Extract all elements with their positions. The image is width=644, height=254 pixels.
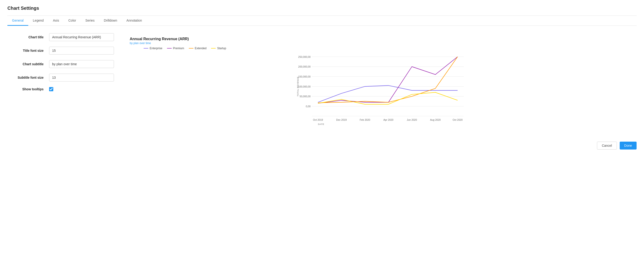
svg-text:Apr 2020: Apr 2020 bbox=[384, 118, 393, 121]
tabs-bar: General Legend Axis Color Series Drilldo… bbox=[8, 16, 636, 26]
chart-title-label: Chart title bbox=[8, 35, 49, 39]
chart-subtitle-row: Chart subtitle bbox=[8, 60, 114, 68]
legend-premium-label: Premium bbox=[173, 47, 184, 50]
subtitle-font-size-label: Subtitle font size bbox=[8, 76, 49, 79]
svg-text:250,000,00: 250,000,00 bbox=[298, 56, 310, 58]
chart-svg: 250,000,00 200,000,00 150,000,00 100,000… bbox=[130, 52, 635, 126]
settings-panel: Chart title Title font size Chart subtit… bbox=[8, 33, 114, 150]
svg-text:DATE: DATE bbox=[318, 123, 324, 125]
svg-text:Dec 2019: Dec 2019 bbox=[336, 118, 347, 121]
title-font-size-label: Title font size bbox=[8, 49, 49, 52]
legend-premium-line bbox=[167, 48, 172, 49]
chart-preview-subtitle: by plan over time bbox=[130, 42, 635, 45]
chart-title-input[interactable] bbox=[49, 33, 114, 41]
show-tooltips-row: Show tooltips bbox=[8, 87, 114, 91]
tab-series[interactable]: Series bbox=[80, 16, 99, 26]
svg-text:200,000,00: 200,000,00 bbox=[298, 65, 310, 68]
tab-general[interactable]: General bbox=[8, 16, 28, 26]
tab-drilldown[interactable]: Drilldown bbox=[99, 16, 122, 26]
svg-text:Feb 2020: Feb 2020 bbox=[360, 118, 370, 121]
title-font-size-input[interactable] bbox=[49, 47, 114, 55]
tab-annotation[interactable]: Annotation bbox=[122, 16, 147, 26]
svg-text:TOTAL REVENUE: TOTAL REVENUE bbox=[296, 77, 299, 97]
page-container: Chart Settings General Legend Axis Color… bbox=[0, 0, 644, 254]
chart-title-row: Chart title bbox=[8, 33, 114, 41]
legend-extended-label: Extended bbox=[195, 47, 207, 50]
chart-legend: Enterprise Premium Extended Startup bbox=[130, 47, 635, 50]
main-content: Chart title Title font size Chart subtit… bbox=[8, 33, 636, 150]
legend-enterprise-line bbox=[144, 48, 148, 49]
chart-subtitle-input[interactable] bbox=[49, 60, 114, 68]
show-tooltips-wrapper bbox=[49, 87, 53, 91]
svg-text:150,000,00: 150,000,00 bbox=[298, 75, 310, 78]
show-tooltips-checkbox[interactable] bbox=[49, 87, 53, 91]
svg-text:Oct 2019: Oct 2019 bbox=[313, 118, 323, 121]
chart-area: 250,000,00 200,000,00 150,000,00 100,000… bbox=[130, 52, 635, 127]
page-title: Chart Settings bbox=[8, 6, 636, 11]
legend-startup-label: Startup bbox=[217, 47, 226, 50]
subtitle-font-size-row: Subtitle font size bbox=[8, 74, 114, 81]
svg-text:100,000,00: 100,000,00 bbox=[298, 85, 310, 88]
chart-preview-panel: Annual Recurring Revenue (ARR) by plan o… bbox=[128, 33, 636, 150]
chart-subtitle-label: Chart subtitle bbox=[8, 62, 49, 66]
svg-text:Jun 2020: Jun 2020 bbox=[407, 118, 417, 121]
legend-enterprise: Enterprise bbox=[144, 47, 162, 50]
chart-preview-title: Annual Recurring Revenue (ARR) bbox=[130, 37, 635, 41]
svg-text:0,00: 0,00 bbox=[306, 105, 311, 108]
tab-axis[interactable]: Axis bbox=[48, 16, 64, 26]
legend-enterprise-label: Enterprise bbox=[150, 47, 162, 50]
svg-text:Oct 2020: Oct 2020 bbox=[453, 118, 462, 121]
show-tooltips-label: Show tooltips bbox=[8, 87, 49, 91]
legend-extended: Extended bbox=[189, 47, 207, 50]
tab-color[interactable]: Color bbox=[64, 16, 80, 26]
legend-extended-line bbox=[189, 48, 194, 49]
title-font-size-row: Title font size bbox=[8, 47, 114, 55]
done-button[interactable]: Done bbox=[620, 142, 636, 150]
tab-legend[interactable]: Legend bbox=[28, 16, 48, 26]
svg-text:50,000,00: 50,000,00 bbox=[300, 95, 310, 98]
subtitle-font-size-input[interactable] bbox=[49, 74, 114, 81]
svg-text:Aug 2020: Aug 2020 bbox=[430, 118, 441, 121]
footer-buttons: Cancel Done bbox=[128, 138, 636, 150]
cancel-button[interactable]: Cancel bbox=[597, 142, 617, 150]
chart-container: Annual Recurring Revenue (ARR) by plan o… bbox=[128, 33, 636, 129]
legend-premium: Premium bbox=[167, 47, 184, 50]
legend-startup: Startup bbox=[211, 47, 226, 50]
legend-startup-line bbox=[211, 48, 216, 49]
